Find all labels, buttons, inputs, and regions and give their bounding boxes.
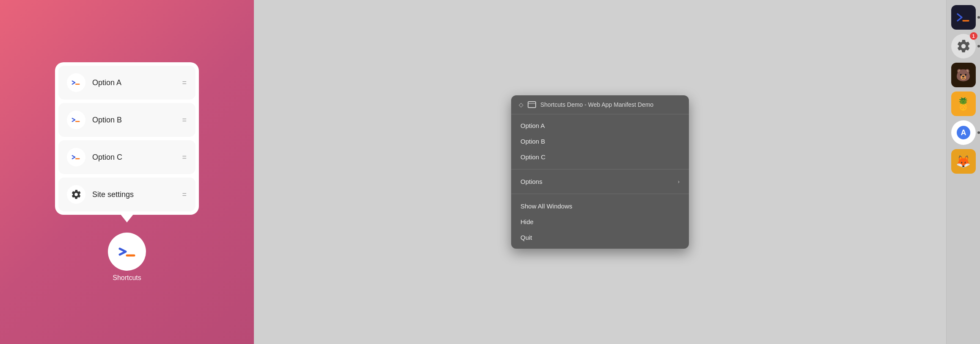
bear-app-icon: 🐻 bbox=[951, 63, 976, 87]
context-menu: ◇ Shortcuts Demo - Web App Manifest Demo… bbox=[511, 95, 689, 249]
dock-item-bear[interactable]: 🐻 bbox=[951, 63, 976, 87]
context-menu-section-1: Option A Option B Option C bbox=[511, 114, 689, 168]
app-icon-circle[interactable] bbox=[108, 233, 146, 271]
shortcut-icon-option-c bbox=[67, 148, 85, 166]
context-menu-item-options[interactable]: Options › bbox=[511, 174, 689, 189]
site-settings-label: Site settings bbox=[92, 190, 175, 199]
dock-item-fox[interactable]: 🦊 bbox=[951, 149, 976, 174]
left-panel: Option A = Option B = Option C = bbox=[0, 0, 254, 344]
pineapple-app-icon: 🍍 bbox=[951, 92, 976, 116]
context-menu-item-show-all-windows[interactable]: Show All Windows bbox=[511, 198, 689, 214]
right-dock: 1 🐻 🍍 A 🦊 bbox=[946, 0, 980, 344]
system-prefs-badge: 1 bbox=[970, 32, 977, 40]
app-icon-container: Shortcuts bbox=[108, 233, 146, 282]
context-menu-header: ◇ Shortcuts Demo - Web App Manifest Demo bbox=[511, 95, 689, 114]
blue-app-dock-dot bbox=[977, 131, 980, 134]
terminal-app-icon bbox=[951, 5, 976, 30]
context-menu-item-option-a[interactable]: Option A bbox=[511, 118, 689, 133]
site-settings-drag: = bbox=[182, 190, 187, 199]
context-menu-title: Shortcuts Demo - Web App Manifest Demo bbox=[540, 101, 653, 108]
blue-app-icon: A bbox=[951, 120, 976, 145]
chevron-right-icon: › bbox=[678, 178, 680, 185]
option-a-label: Option A bbox=[92, 78, 175, 87]
center-area: ◇ Shortcuts Demo - Web App Manifest Demo… bbox=[254, 0, 946, 344]
context-menu-divider-1 bbox=[511, 169, 689, 169]
shortcut-item-option-c[interactable]: Option C = bbox=[58, 140, 195, 174]
option-b-label: Option B bbox=[92, 116, 175, 125]
dock-item-pineapple[interactable]: 🍍 bbox=[951, 92, 976, 116]
svg-text:A: A bbox=[961, 128, 966, 137]
system-prefs-dock-dot bbox=[977, 45, 980, 47]
shortcut-icon-option-a bbox=[67, 73, 85, 92]
app-name-label: Shortcuts bbox=[113, 274, 141, 282]
context-menu-divider-2 bbox=[511, 194, 689, 194]
diamond-icon: ◇ bbox=[519, 101, 523, 108]
option-c-drag: = bbox=[182, 153, 187, 162]
shortcuts-popup: Option A = Option B = Option C = bbox=[55, 62, 199, 215]
shortcut-icon-site-settings bbox=[67, 185, 85, 204]
dock-item-blue-app[interactable]: A bbox=[951, 120, 976, 145]
context-menu-section-2: Options › bbox=[511, 170, 689, 193]
shortcut-icon-option-b bbox=[67, 111, 85, 129]
terminal-dock-dot bbox=[977, 16, 980, 19]
fox-app-icon: 🦊 bbox=[951, 149, 976, 174]
option-c-label: Option C bbox=[92, 153, 175, 162]
shortcut-item-option-b[interactable]: Option B = bbox=[58, 103, 195, 137]
context-menu-item-hide[interactable]: Hide bbox=[511, 214, 689, 230]
context-menu-item-option-b[interactable]: Option B bbox=[511, 133, 689, 149]
context-menu-section-3: Show All Windows Hide Quit bbox=[511, 195, 689, 249]
option-a-drag: = bbox=[182, 78, 187, 87]
context-menu-item-option-c[interactable]: Option C bbox=[511, 149, 689, 165]
option-b-drag: = bbox=[182, 116, 187, 125]
context-menu-item-quit[interactable]: Quit bbox=[511, 230, 689, 245]
shortcut-item-option-a[interactable]: Option A = bbox=[58, 66, 195, 100]
window-icon bbox=[528, 101, 536, 108]
dock-item-system-prefs[interactable]: 1 bbox=[951, 34, 976, 58]
shortcut-item-site-settings[interactable]: Site settings = bbox=[58, 178, 195, 211]
dock-item-terminal[interactable] bbox=[951, 5, 976, 30]
